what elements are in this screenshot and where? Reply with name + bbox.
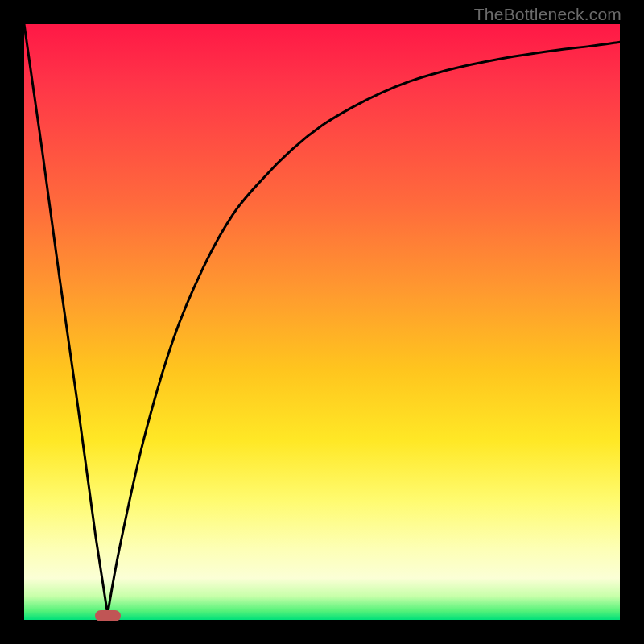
bottleneck-curve [24, 24, 620, 620]
optimum-marker [95, 610, 121, 621]
chart-frame: TheBottleneck.com [0, 0, 644, 644]
watermark-text: TheBottleneck.com [474, 5, 621, 24]
plot-area [24, 24, 620, 620]
